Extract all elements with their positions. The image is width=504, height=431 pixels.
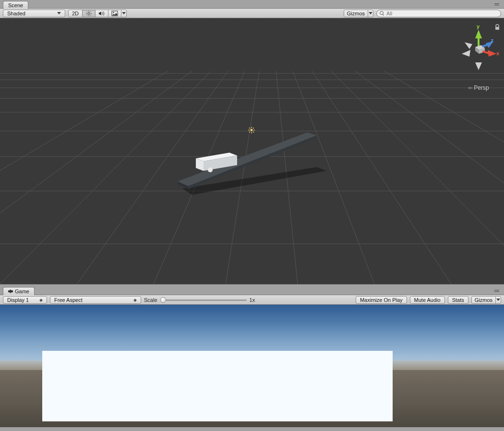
svg-line-48 xyxy=(253,132,254,132)
axis-z-label: z xyxy=(491,37,494,43)
display-dropdown[interactable]: Display 1 ◆ xyxy=(3,296,47,304)
toggle-audio-button[interactable] xyxy=(95,10,108,17)
game-foreground-object xyxy=(42,351,393,421)
game-gizmos-dropdown-button[interactable] xyxy=(495,296,501,304)
game-gizmos-label: Gizmos xyxy=(475,297,492,303)
svg-line-47 xyxy=(249,128,250,129)
scene-tabbar: Scene xyxy=(0,0,504,9)
fx-dropdown-button[interactable] xyxy=(121,10,127,17)
projection-label[interactable]: ⇐Persp xyxy=(457,84,500,91)
scene-view-toggles: 2D xyxy=(68,10,127,17)
svg-marker-55 xyxy=(475,30,482,38)
shading-mode-dropdown[interactable]: Shaded xyxy=(3,10,65,17)
game-viewport[interactable] xyxy=(0,305,504,427)
game-panel: Game Display 1 ◆ Free Aspect ◆ Scale 1x … xyxy=(0,284,504,427)
aspect-label: Free Aspect xyxy=(54,297,83,303)
game-context-menu-icon[interactable] xyxy=(494,288,500,292)
scene-search-input[interactable] xyxy=(386,11,498,16)
game-gizmos-button[interactable]: Gizmos xyxy=(471,296,496,304)
game-tabbar: Game xyxy=(0,287,504,295)
svg-point-42 xyxy=(251,129,253,132)
svg-marker-63 xyxy=(475,62,482,70)
stats-button[interactable]: Stats xyxy=(448,296,468,304)
toggle-fx-button[interactable] xyxy=(108,10,121,17)
lock-icon[interactable] xyxy=(494,24,500,31)
svg-rect-56 xyxy=(478,38,480,46)
orientation-gizmo[interactable]: y z x ⇐Persp xyxy=(457,24,500,91)
search-icon xyxy=(380,11,384,16)
speaker-icon xyxy=(98,11,105,16)
svg-line-49 xyxy=(253,128,254,129)
axis-x-label: x xyxy=(496,50,499,56)
sun-icon xyxy=(85,11,92,16)
light-gizmo-icon[interactable] xyxy=(248,127,255,133)
chevron-down-icon xyxy=(57,12,61,14)
gizmos-label: Gizmos xyxy=(347,11,365,16)
shading-mode-label: Shaded xyxy=(7,11,25,16)
scene-toolbar: Shaded 2D xyxy=(0,9,504,18)
gizmos-button[interactable]: Gizmos xyxy=(344,10,368,17)
axis-y-label: y xyxy=(477,24,480,29)
game-toolbar: Display 1 ◆ Free Aspect ◆ Scale 1x Maxim… xyxy=(0,295,504,305)
scene-tab[interactable]: Scene xyxy=(3,1,28,9)
gizmos-group: Gizmos xyxy=(344,10,373,17)
svg-point-41 xyxy=(208,168,213,172)
scene-panel: Scene Shaded 2D xyxy=(0,0,504,284)
scale-slider-thumb[interactable] xyxy=(160,297,166,303)
game-gizmos-group: Gizmos xyxy=(471,296,501,304)
picture-icon xyxy=(111,11,118,16)
svg-point-0 xyxy=(88,12,90,14)
chevron-down-icon xyxy=(122,12,126,14)
display-label: Display 1 xyxy=(7,297,29,303)
svg-rect-51 xyxy=(495,27,499,30)
svg-point-10 xyxy=(113,12,114,12)
scene-context-menu-icon[interactable] xyxy=(494,2,500,6)
chevron-down-icon xyxy=(369,12,372,14)
game-icon xyxy=(8,289,13,294)
svg-line-7 xyxy=(90,11,91,12)
svg-line-6 xyxy=(90,14,91,15)
game-tab[interactable]: Game xyxy=(3,287,35,295)
stats-label: Stats xyxy=(452,297,464,303)
scene-search[interactable] xyxy=(376,10,501,17)
svg-line-5 xyxy=(87,11,87,12)
mute-audio-button[interactable]: Mute Audio xyxy=(410,296,445,304)
svg-line-50 xyxy=(249,132,250,132)
game-tab-label: Game xyxy=(15,288,29,294)
maximize-on-play-button[interactable]: Maximize On Play xyxy=(356,296,407,304)
maximize-label: Maximize On Play xyxy=(360,297,403,303)
toggle-2d-button[interactable]: 2D xyxy=(68,10,83,17)
toggle-2d-label: 2D xyxy=(72,11,79,16)
svg-line-8 xyxy=(87,14,87,15)
scale-slider[interactable] xyxy=(160,297,247,303)
svg-marker-62 xyxy=(465,42,472,49)
scale-value: 1x xyxy=(250,297,255,303)
scale-label: Scale xyxy=(144,297,157,303)
chevron-down-icon xyxy=(496,299,500,301)
scene-viewport[interactable]: y z x ⇐Persp xyxy=(0,18,504,284)
svg-marker-61 xyxy=(462,50,470,57)
aspect-dropdown[interactable]: Free Aspect ◆ xyxy=(50,296,141,304)
svg-rect-60 xyxy=(482,44,488,48)
scene-objects xyxy=(0,18,504,284)
mute-label: Mute Audio xyxy=(414,297,441,303)
toggle-lighting-button[interactable] xyxy=(82,10,96,17)
scene-tab-label: Scene xyxy=(8,2,23,8)
gizmos-dropdown-button[interactable] xyxy=(368,10,373,17)
